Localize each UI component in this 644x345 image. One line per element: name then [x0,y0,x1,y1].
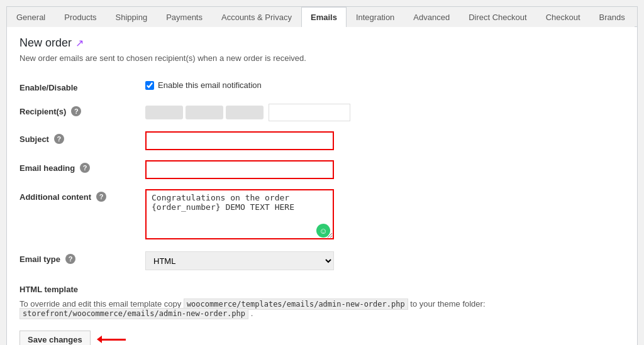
recipients-help-icon[interactable]: ? [71,106,81,116]
subject-help-icon[interactable]: ? [54,134,64,144]
tab-emails[interactable]: Emails [301,7,347,26]
additional-content-label: Additional content [19,192,91,202]
subject-row: Subject ? {site_title} {site_url} DEMO T… [19,126,625,155]
email-link-icon[interactable]: ↗ [75,37,84,49]
tab-payments[interactable]: Payments [157,7,212,26]
email-heading-row: Email heading ? Demo Text here {order_nu… [19,155,625,184]
tab-checkout[interactable]: Checkout [536,7,590,26]
additional-content-textarea[interactable]: Congratulations on the order {order_numb… [145,189,334,239]
tab-shipping[interactable]: Shipping [106,7,157,26]
recipient-tag-1 [145,106,183,119]
additional-content-wrapper: Congratulations on the order {order_numb… [145,189,334,241]
email-type-help-icon[interactable]: ? [65,254,75,264]
tab-general[interactable]: General [7,7,55,26]
recipient-tag-2 [186,106,223,119]
tab-accounts-privacy[interactable]: Accounts & Privacy [212,7,301,26]
template-path-row: To override and edit this email template… [19,299,625,318]
settings-form: Enable/Disable Enable this email notific… [19,75,625,275]
email-type-select[interactable]: HTML Plain text Multipart [145,251,334,270]
email-heading-label: Email heading [19,163,75,173]
subject-label: Subject [19,134,49,144]
save-button[interactable]: Save changes [19,331,91,345]
email-heading-input[interactable]: Demo Text here {order_number} {order_dat… [145,160,334,179]
save-section: Save changes [19,331,625,345]
additional-content-row: Additional content ? Congratulations on … [19,184,625,246]
recipient-tags [145,106,264,119]
enable-checkbox[interactable] [145,81,154,90]
tab-direct-checkout[interactable]: Direct Checkout [459,7,536,26]
recipient-tag-3 [226,106,264,119]
enable-checkbox-label: Enable this email notification [158,80,262,90]
nav-tabs: General Products Shipping Payments Accou… [7,7,637,27]
arrow-indicator [101,339,126,341]
additional-content-help-icon[interactable]: ? [96,192,106,202]
arrow-shaft [101,339,126,341]
recipients-label: Recipient(s) [19,107,66,116]
page-title: New order [19,36,72,50]
email-heading-help-icon[interactable]: ? [80,163,90,173]
page-description: New order emails are sent to chosen reci… [19,53,625,63]
html-template-label: HTML template [19,285,625,294]
enable-disable-row: Enable/Disable Enable this email notific… [19,75,625,99]
tab-brands[interactable]: Brands [590,7,635,26]
template-description-middle: to your theme folder: [410,299,485,309]
tab-advanced[interactable]: Advanced [404,7,459,26]
recipient-input[interactable] [269,104,350,121]
recipients-row: Recipient(s) ? [19,99,625,126]
template-description-prefix: To override and edit this email template… [19,299,181,309]
email-type-row: Email type ? HTML Plain text Multipart [19,246,625,275]
emoji-icon[interactable]: ☺ [316,224,330,238]
subject-input[interactable]: {site_title} {site_url} DEMO TEXT Update… [145,131,334,150]
enable-disable-label: Enable/Disable [19,83,77,92]
tab-integration[interactable]: Integration [347,7,404,26]
template-theme-path: storefront/woocommerce/emails/admin-new-… [19,308,248,319]
email-type-label: Email type [19,255,60,264]
tab-products[interactable]: Products [55,7,106,26]
